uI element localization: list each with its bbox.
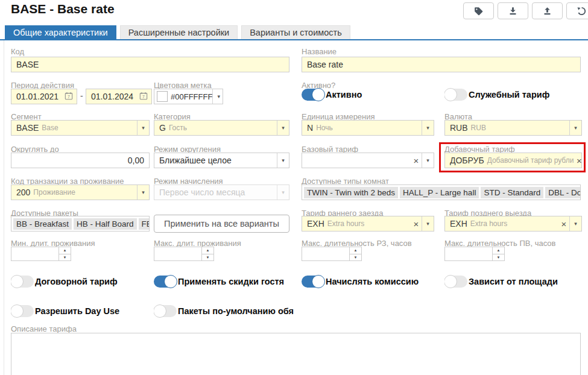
period-separator: - xyxy=(80,91,83,101)
commission-toggle[interactable] xyxy=(302,276,324,288)
default-packages-toggle[interactable] xyxy=(154,305,177,317)
max-early-hours-input[interactable] xyxy=(302,247,349,260)
tag-chip: TWIN - Twin with 2 beds xyxy=(304,187,398,198)
step-up-icon[interactable]: ▲ xyxy=(59,247,71,254)
area-dependent-toggle[interactable] xyxy=(444,276,467,288)
calendar-icon[interactable]: 7 xyxy=(65,92,77,102)
chevron-down-icon[interactable]: ▾ xyxy=(422,121,434,135)
unit-code: N xyxy=(307,123,313,133)
currency-select[interactable]: RUB RUB ▾ xyxy=(444,120,582,136)
description-textarea[interactable] xyxy=(11,333,581,375)
early-checkin-select[interactable]: EXH Extra hours × ▾ xyxy=(302,216,434,232)
upload-button[interactable] xyxy=(532,2,563,19)
late-checkout-select[interactable]: EXH Extra hours × ▾ xyxy=(444,216,582,232)
step-up-icon[interactable]: ▲ xyxy=(493,247,504,254)
early-checkin-code: EXH xyxy=(307,219,324,228)
chevron-down-icon[interactable]: ▾ xyxy=(137,121,149,135)
segment-desc: Base xyxy=(42,124,58,132)
download-button[interactable] xyxy=(498,2,528,19)
toggle-knob xyxy=(154,304,166,318)
active-toggle-label: Активно xyxy=(326,90,362,99)
base-tariff-select[interactable]: × ▾ xyxy=(302,153,434,168)
name-input[interactable] xyxy=(302,57,581,72)
code-label: Код xyxy=(11,47,24,56)
category-select[interactable]: G Гость ▾ xyxy=(154,120,289,136)
room-types-input[interactable]: TWIN - Twin with 2 bedsHALL_P - Large ha… xyxy=(302,184,581,200)
calendar-icon[interactable]: 7 xyxy=(139,92,151,102)
packages-input[interactable]: BB - BreakfastHB - Half BoardFB - xyxy=(11,216,150,232)
step-up-icon[interactable]: ▲ xyxy=(202,247,213,254)
contract-tariff-toggle-label: Договорной тариф xyxy=(35,277,118,286)
max-late-hours-input[interactable] xyxy=(445,247,492,260)
service-tariff-toggle-row: Служебный тариф xyxy=(444,88,582,101)
day-use-toggle[interactable] xyxy=(11,305,34,317)
chevron-down-icon[interactable]: ▾ xyxy=(137,185,149,200)
chevron-down-icon[interactable]: ▾ xyxy=(569,121,581,135)
step-down-icon[interactable]: ▼ xyxy=(350,254,361,261)
step-up-icon[interactable]: ▲ xyxy=(350,247,361,254)
currency-desc: RUB xyxy=(471,124,486,132)
clear-icon[interactable]: × xyxy=(558,219,569,229)
step-down-icon[interactable]: ▼ xyxy=(493,254,504,261)
chevron-down-icon[interactable]: ▾ xyxy=(277,121,289,135)
tag-chip: FB - xyxy=(139,218,150,230)
tab-general[interactable]: Общие характеристики xyxy=(5,25,116,39)
tag-chip: HALL_P - Large hall xyxy=(400,187,479,198)
tag-chip: BB - Breakfast xyxy=(13,218,72,230)
commission-toggle-label: Начислять комиссию xyxy=(326,277,419,286)
chevron-down-icon[interactable]: ▾ xyxy=(422,153,434,168)
content-left-border xyxy=(4,40,4,375)
min-stay-stepper[interactable]: ▲▼ xyxy=(11,247,71,261)
history-button[interactable] xyxy=(566,2,588,19)
chevron-down-icon[interactable]: ▾ xyxy=(277,153,289,168)
active-toggle[interactable] xyxy=(302,89,324,101)
transaction-code-select[interactable]: 200 Проживание ▾ xyxy=(11,184,150,200)
default-packages-toggle-row: Пакеты по-умолчанию обязате xyxy=(154,304,294,318)
late-checkout-desc: Extra hours xyxy=(470,219,507,228)
code-input[interactable] xyxy=(11,57,289,72)
tab-advanced[interactable]: Расширенные настройки xyxy=(120,25,238,39)
clear-icon[interactable]: × xyxy=(411,219,422,229)
area-dependent-toggle-row: Зависит от площади xyxy=(444,275,582,288)
max-stay-input[interactable] xyxy=(154,247,201,260)
add-tariff-code: ДОБРУБ xyxy=(450,156,484,165)
step-down-icon[interactable]: ▼ xyxy=(59,254,71,261)
contract-tariff-toggle[interactable] xyxy=(11,276,34,288)
tab-variants[interactable]: Варианты и стоимость xyxy=(241,25,350,39)
clear-icon[interactable]: × xyxy=(411,156,422,166)
color-mark-value: #00FFFFFF xyxy=(171,92,212,101)
clear-icon[interactable]: × xyxy=(574,156,582,166)
period-from-input[interactable]: 01.01.2021 7 xyxy=(11,89,77,104)
max-stay-stepper[interactable]: ▲▼ xyxy=(154,247,214,261)
toggle-knob xyxy=(312,88,325,101)
max-early-hours-stepper[interactable]: ▲▼ xyxy=(302,247,362,261)
chevron-down-icon[interactable]: ▾ xyxy=(569,216,581,231)
add-tariff-select[interactable]: ДОБРУБ Добавочный тариф рубли × ▾ xyxy=(444,153,582,168)
apply-all-variants-button[interactable]: Применить на все варианты xyxy=(154,215,289,233)
tab-underline xyxy=(0,39,588,40)
step-down-icon[interactable]: ▼ xyxy=(202,254,213,261)
active-toggle-row: Активно xyxy=(302,88,437,101)
service-tariff-toggle[interactable] xyxy=(444,89,467,101)
color-mark-select[interactable]: #00FFFFFF ▾ xyxy=(154,89,223,104)
segment-select[interactable]: BASE Base ▾ xyxy=(11,120,150,136)
tag-icon xyxy=(473,6,484,16)
tags-button[interactable] xyxy=(463,2,494,19)
round-to-input[interactable] xyxy=(11,153,150,168)
chevron-down-icon[interactable]: ▾ xyxy=(212,89,223,104)
unit-select[interactable]: N Ночь ▾ xyxy=(302,120,434,136)
toggle-knob xyxy=(444,88,457,101)
chevron-down-icon[interactable]: ▾ xyxy=(422,216,434,231)
early-checkin-desc: Extra hours xyxy=(327,219,364,228)
guest-discounts-toggle[interactable] xyxy=(154,276,177,288)
transaction-code-desc: Проживание xyxy=(33,188,75,197)
category-desc: Гость xyxy=(169,124,187,132)
period-to-input[interactable]: 01.01.2024 7 xyxy=(86,89,152,104)
description-label: Описание тарифа xyxy=(11,324,77,333)
max-late-hours-stepper[interactable]: ▲▼ xyxy=(444,247,505,261)
area-dependent-toggle-label: Зависит от площади xyxy=(469,277,558,286)
round-mode-select[interactable]: Ближайшее целое ▾ xyxy=(154,153,289,168)
min-stay-input[interactable] xyxy=(11,247,58,260)
category-code: G xyxy=(159,123,166,133)
tag-chip: STD - Standard xyxy=(481,187,543,198)
